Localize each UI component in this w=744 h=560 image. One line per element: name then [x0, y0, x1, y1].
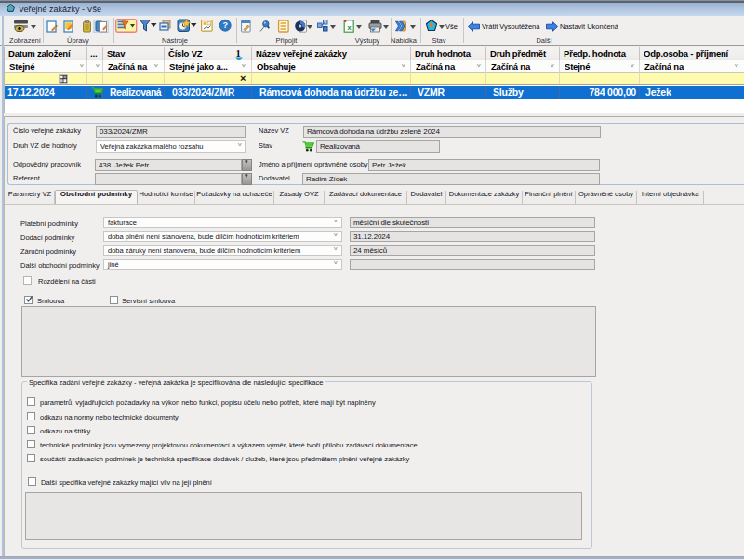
svg-text:?: ? [222, 20, 228, 30]
svg-text:1: 1 [236, 48, 241, 59]
